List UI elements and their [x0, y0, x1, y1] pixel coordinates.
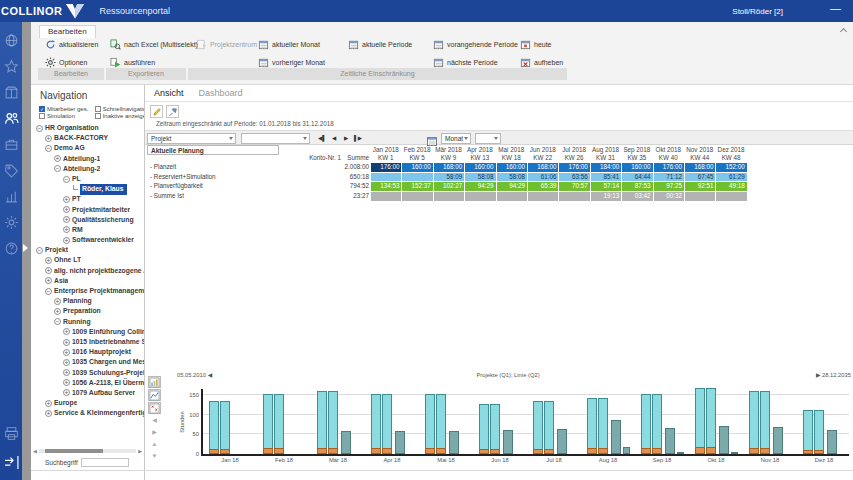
tree-item-label[interactable]: Qualitätssicherung — [72, 215, 134, 225]
table-cell[interactable]: 176:00 — [653, 163, 684, 172]
search-input[interactable] — [81, 458, 129, 467]
tree-item[interactable]: +PT — [31, 194, 144, 204]
first-record-icon[interactable]: ◀▌ — [317, 134, 327, 143]
expand-icon[interactable]: + — [45, 135, 52, 142]
tree-item[interactable]: +1016 Hauptprojekt — [31, 347, 144, 357]
table-cell[interactable] — [401, 192, 432, 201]
expand-icon[interactable]: + — [63, 349, 70, 356]
expand-icon[interactable]: + — [45, 267, 52, 274]
line-chart-icon[interactable] — [148, 389, 161, 401]
tree-item[interactable]: −Projekt — [31, 245, 144, 255]
table-cell[interactable]: 58:09 — [433, 173, 464, 182]
table-cell[interactable] — [433, 192, 464, 201]
plan-bar[interactable] — [814, 410, 824, 454]
tree-item-label[interactable]: PL — [72, 174, 81, 184]
table-cell[interactable]: 152:00 — [715, 163, 746, 172]
horizontal-scrollbar[interactable]: ◀ ▶ — [33, 448, 142, 454]
table-cell[interactable]: 85:41 — [590, 173, 621, 182]
table-cell[interactable] — [496, 192, 527, 201]
ribbon-button-nach-excel-multiselekt-[interactable]: nach Excel (Multiselekt) — [110, 37, 198, 52]
chart-up-icon[interactable]: ▲ — [148, 439, 161, 450]
tree-item-label[interactable]: Projekt — [45, 245, 68, 255]
collapse-icon[interactable]: − — [54, 165, 61, 172]
tree-item-label[interactable]: Ohne LT — [54, 255, 81, 265]
expand-icon[interactable]: + — [45, 400, 52, 407]
minimize-icon[interactable]: — — [830, 2, 841, 14]
table-cell[interactable]: 160:00 — [621, 163, 652, 172]
table-cell[interactable]: 64:44 — [621, 173, 652, 182]
scatter-chart-icon[interactable] — [148, 402, 161, 414]
tree-item[interactable]: −PL — [31, 174, 144, 184]
splitter-expand-icon[interactable] — [23, 244, 28, 252]
ribbon-button-aktuelle-periode[interactable]: aktuelle Periode — [348, 37, 412, 52]
tree-item[interactable]: −Enterprise Projektmanagement — [31, 286, 144, 296]
expand-icon[interactable]: + — [45, 257, 52, 264]
tree-item-label[interactable]: Service & Kleinmengenfertigung — [54, 408, 144, 418]
reserved-bar[interactable] — [611, 420, 621, 454]
table-cell[interactable]: 152:37 — [401, 182, 432, 191]
table-cell[interactable] — [401, 173, 432, 182]
extra-combo[interactable] — [475, 133, 501, 144]
tree-item-label[interactable]: 1035 Chargen und Messu — [72, 357, 144, 367]
ribbon-button-aktualisieren[interactable]: aktualisieren — [45, 37, 98, 52]
collapse-icon[interactable]: − — [54, 318, 61, 325]
reserved-bar[interactable] — [827, 430, 837, 454]
collapse-ribbon-icon[interactable] — [840, 26, 847, 33]
table-cell[interactable]: 67:45 — [684, 173, 715, 182]
tree-item[interactable]: +Ohne LT — [31, 255, 144, 265]
scroll-right-icon[interactable]: ▶ — [138, 448, 142, 454]
table-cell[interactable]: 94:29 — [496, 182, 527, 191]
tree-item[interactable]: +1056 A-2118, EI Übermitt — [31, 378, 144, 388]
tree-item-label[interactable]: Röder, Klaus — [80, 184, 127, 195]
checkbox-icon[interactable] — [95, 106, 101, 112]
briefcase-icon[interactable] — [4, 137, 19, 152]
next-record-icon[interactable]: ▶ — [341, 134, 351, 143]
tree-item-label[interactable]: Asia — [54, 276, 68, 286]
tree-item-label[interactable]: allg. nicht projektbezogene Akti — [54, 266, 144, 276]
plan-bar[interactable] — [209, 401, 219, 454]
reserved-bar[interactable] — [773, 427, 783, 454]
table-cell[interactable]: 168:00 — [527, 163, 558, 172]
table-cell[interactable]: 58:08 — [496, 173, 527, 182]
expand-icon[interactable]: + — [63, 196, 70, 203]
scroll-left-icon[interactable]: ◀ — [33, 448, 37, 454]
ribbon-button-heute[interactable]: heute — [520, 37, 552, 52]
collapse-icon[interactable]: − — [45, 288, 52, 295]
box-icon[interactable] — [4, 85, 19, 100]
tree-item-label[interactable]: Demo AG — [54, 143, 85, 153]
tree-item-label[interactable]: 1015 Inbetriebnahme SR — [72, 337, 144, 347]
tree-item-label[interactable]: RM — [72, 225, 83, 235]
table-cell[interactable] — [527, 192, 558, 201]
expand-icon[interactable]: + — [54, 155, 61, 162]
expand-icon[interactable]: + — [45, 277, 52, 284]
plan-bar[interactable] — [371, 394, 381, 454]
table-cell[interactable]: 49:18 — [715, 182, 746, 191]
tree-item-label[interactable]: 1079 Aufbau Server — [72, 388, 135, 398]
plan-bar[interactable] — [587, 398, 597, 454]
table-cell[interactable]: 160:00 — [496, 163, 527, 172]
tab-ansicht[interactable]: Ansicht — [154, 88, 184, 98]
table-cell[interactable]: 87:53 — [621, 182, 652, 191]
tree-item[interactable]: Röder, Klaus — [31, 184, 144, 194]
tree-item-label[interactable]: 1039 Schulungs-Projekt — [72, 368, 144, 378]
tree-item-label[interactable]: BACK-FACTORY — [54, 133, 108, 143]
table-cell[interactable]: 65:39 — [527, 182, 558, 191]
tree-item-label[interactable]: 1056 A-2118, EI Übermitt — [72, 378, 144, 388]
tree-item-label[interactable]: Abteilung-2 — [63, 164, 100, 174]
plan-bar[interactable] — [382, 394, 392, 454]
previous-record-icon[interactable]: ◀ — [329, 134, 339, 143]
chart-right-icon[interactable]: ▶ — [148, 427, 161, 438]
panel-splitter[interactable] — [22, 22, 31, 480]
tree-item[interactable]: +Abteilung-1 — [31, 154, 144, 164]
plan-bar[interactable] — [328, 391, 338, 454]
tree-item[interactable]: +1015 Inbetriebnahme SR — [31, 337, 144, 347]
chart-scroll-right-icon[interactable]: ▶ — [816, 372, 820, 378]
plan-bar[interactable] — [263, 394, 273, 454]
tree-item-label[interactable]: Abteilung-1 — [63, 154, 100, 164]
expand-icon[interactable]: + — [54, 308, 61, 315]
collapse-icon[interactable]: − — [36, 125, 43, 132]
pin-icon[interactable] — [166, 105, 179, 118]
tree-item-label[interactable]: Enterprise Projektmanagement — [54, 286, 144, 296]
tree-item[interactable]: +Projektmitarbeiter — [31, 205, 144, 215]
tree-item[interactable]: −Abteilung-2 — [31, 164, 144, 174]
